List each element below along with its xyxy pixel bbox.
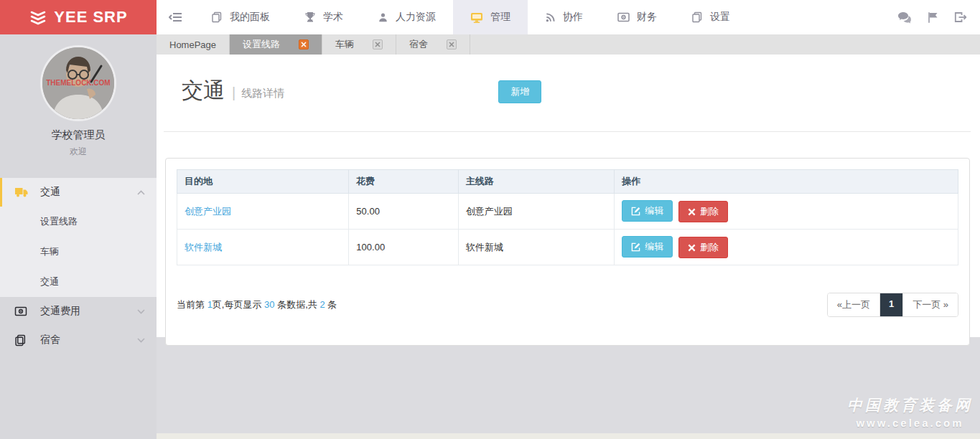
sidebar-item-dormitory[interactable]: 宿舍 <box>0 326 157 354</box>
pagination-controls: «上一页 1 下一页 » <box>827 293 958 317</box>
x-icon <box>688 244 696 252</box>
truck-icon <box>14 187 29 198</box>
pages-icon <box>691 11 703 23</box>
header: YEE SRP 我的面板 学术 人力资源 管理 <box>0 0 980 34</box>
header-right-icons <box>897 0 980 34</box>
close-icon[interactable] <box>373 39 383 49</box>
user-greeting: 欢迎 <box>0 146 157 158</box>
user-profile: THEMELOCK.COM 学校管理员 欢迎 <box>0 34 157 172</box>
nav-item-label: 设置 <box>710 11 730 24</box>
tab-label: 设置线路 <box>243 38 280 51</box>
sidebar-toggle-icon[interactable] <box>157 0 194 34</box>
sidebar: THEMELOCK.COM 学校管理员 欢迎 交通 设置线路 车辆 <box>0 34 157 439</box>
page-title-separator: | <box>232 85 235 101</box>
chevron-down-icon <box>137 338 145 343</box>
watermark-title: 中国教育装备网 <box>847 395 973 415</box>
page-subtitle: 线路详情 <box>241 87 284 100</box>
avatar[interactable]: THEMELOCK.COM <box>42 47 114 119</box>
page-title: 交通 <box>182 76 225 105</box>
nav-item-dashboard[interactable]: 我的面板 <box>194 0 287 34</box>
delete-button[interactable]: 删除 <box>678 201 728 222</box>
main-content: 交通 | 线路详情 新增 目的地 花费 主线路 操作 创意产业园 <box>157 55 980 337</box>
chat-icon[interactable] <box>897 11 912 24</box>
nav-item-collaboration[interactable]: 协作 <box>528 0 600 34</box>
cell-destination: 软件新城 <box>177 230 349 265</box>
destination-link[interactable]: 创意产业园 <box>185 206 231 217</box>
tab-bar: HomePage 设置线路 车辆 宿舍 <box>157 34 980 55</box>
next-page-button[interactable]: 下一页 » <box>903 293 958 316</box>
edit-button[interactable]: 编辑 <box>622 200 673 222</box>
chevron-up-icon <box>137 190 145 195</box>
nav-item-management[interactable]: 管理 <box>453 0 528 34</box>
nav-item-finance[interactable]: 财务 <box>600 0 674 34</box>
pagination-summary: 当前第 1页,每页显示 30 条数据,共 2 条 <box>177 298 337 311</box>
current-page-button[interactable]: 1 <box>880 293 903 316</box>
site-watermark: 中国教育装备网 www.celea.com <box>847 395 973 429</box>
nav-item-label: 协作 <box>563 11 583 24</box>
sidebar-item-label: 交通费用 <box>40 305 80 318</box>
sidebar-item-transport-sub[interactable]: 交通 <box>0 267 157 297</box>
app-window: YEE SRP 我的面板 学术 人力资源 管理 <box>0 0 980 439</box>
close-icon[interactable] <box>447 39 457 49</box>
header-divider <box>164 131 971 132</box>
person-icon <box>378 12 388 23</box>
flag-icon[interactable] <box>928 11 938 24</box>
tab-set-route[interactable]: 设置线路 <box>230 34 322 55</box>
edit-button[interactable]: 编辑 <box>622 236 673 258</box>
table-row: 创意产业园 50.00 创意产业园 编辑 删除 <box>177 194 958 230</box>
sidebar-item-set-route[interactable]: 设置线路 <box>0 207 157 237</box>
brand-logo-icon <box>29 8 47 27</box>
horizontal-scrollbar-track[interactable] <box>157 433 980 439</box>
sidebar-item-label: 交通 <box>40 186 60 199</box>
add-button[interactable]: 新增 <box>498 80 541 103</box>
column-header-actions: 操作 <box>615 170 958 194</box>
cell-main-route: 软件新城 <box>458 230 615 265</box>
table-row: 软件新城 100.00 软件新城 编辑 删除 <box>177 230 958 265</box>
pages-icon <box>211 11 223 23</box>
tab-label: 宿舍 <box>409 38 428 51</box>
nav-item-academic[interactable]: 学术 <box>287 0 360 34</box>
cash-icon <box>617 12 630 22</box>
pages-icon <box>14 334 29 346</box>
cell-actions: 编辑 删除 <box>615 194 958 230</box>
brand-name: YEE SRP <box>54 8 127 27</box>
tab-label: 车辆 <box>335 38 354 51</box>
delete-button[interactable]: 删除 <box>678 237 728 258</box>
trophy-icon <box>304 11 316 23</box>
tab-vehicles[interactable]: 车辆 <box>322 34 396 55</box>
nav-item-hr[interactable]: 人力资源 <box>360 0 453 34</box>
monitor-icon <box>470 11 483 24</box>
column-header-main-route: 主线路 <box>458 170 615 194</box>
menu-group-dormitory: 宿舍 <box>0 326 157 354</box>
menu-group-transport-cost: 交通费用 <box>0 297 157 326</box>
sidebar-item-transport[interactable]: 交通 <box>0 178 157 207</box>
page-header: 交通 | 线路详情 新增 <box>157 55 980 105</box>
prev-page-button[interactable]: «上一页 <box>828 293 880 316</box>
rss-icon <box>545 12 556 23</box>
logout-icon[interactable] <box>954 11 967 23</box>
nav-item-settings[interactable]: 设置 <box>674 0 747 34</box>
nav-item-label: 学术 <box>323 11 343 24</box>
tab-dormitory[interactable]: 宿舍 <box>396 34 470 55</box>
nav-item-label: 我的面板 <box>230 11 270 24</box>
cash-icon <box>14 306 29 316</box>
sidebar-item-label: 车辆 <box>40 245 59 258</box>
sidebar-item-transport-cost[interactable]: 交通费用 <box>0 297 157 326</box>
sidebar-menu: 交通 设置线路 车辆 交通 交 <box>0 178 157 354</box>
destination-link[interactable]: 软件新城 <box>185 242 222 252</box>
cell-actions: 编辑 删除 <box>615 230 958 265</box>
sidebar-item-vehicles[interactable]: 车辆 <box>0 237 157 267</box>
brand-logo[interactable]: YEE SRP <box>0 0 157 34</box>
routes-panel: 目的地 花费 主线路 操作 创意产业园 50.00 创意产业园 编辑 删除 <box>165 158 970 346</box>
user-name: 学校管理员 <box>0 128 157 142</box>
tab-homepage[interactable]: HomePage <box>157 34 230 55</box>
nav-item-label: 人力资源 <box>396 11 436 24</box>
avatar-watermark: THEMELOCK.COM <box>42 79 114 87</box>
edit-icon <box>631 242 640 252</box>
close-icon[interactable] <box>299 39 309 49</box>
edit-icon <box>631 207 640 216</box>
column-header-destination: 目的地 <box>177 170 349 194</box>
nav-item-label: 财务 <box>637 11 657 24</box>
watermark-url: www.celea.com <box>847 417 973 429</box>
tab-label: HomePage <box>169 39 216 50</box>
